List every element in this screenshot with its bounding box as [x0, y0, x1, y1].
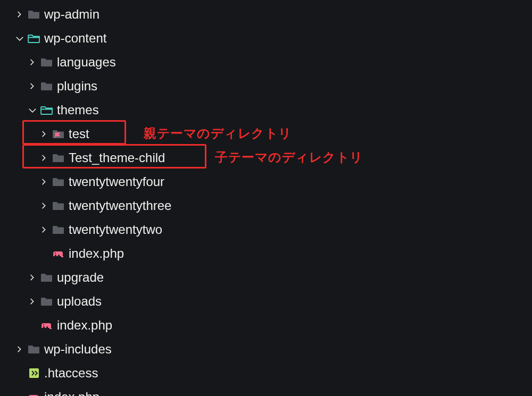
file-tree: wp-admin wp-content languages plugins th… — [0, 2, 532, 396]
tree-item-label: wp-includes — [44, 342, 112, 357]
tree-item-label: wp-content — [44, 31, 106, 46]
tree-item-plugins[interactable]: plugins — [0, 74, 532, 98]
folder-icon — [40, 296, 56, 307]
folder-icon — [28, 9, 44, 20]
tree-item-index-php-wpcontent[interactable]: index.php — [0, 313, 532, 337]
chevron-right-icon — [36, 153, 52, 163]
tree-item-twentytwentyfour[interactable]: twentytwentyfour — [0, 170, 532, 193]
chevron-right-icon — [36, 201, 52, 210]
tree-item-label: twentytwentyfour — [69, 174, 164, 189]
tree-item-uploads[interactable]: uploads — [0, 289, 532, 313]
git-file-icon — [28, 368, 44, 378]
chevron-right-icon — [36, 225, 52, 234]
chevron-down-icon — [24, 105, 40, 115]
annotation-parent-theme: 親テーマのディレクトリ — [144, 125, 292, 142]
tree-item-label: index.php — [69, 246, 124, 261]
chevron-right-icon — [12, 344, 28, 354]
tree-item-wp-admin[interactable]: wp-admin — [0, 2, 532, 26]
tree-item-index-php-themes[interactable]: index.php — [0, 241, 532, 265]
folder-icon — [52, 153, 68, 163]
tree-item-label: uploads — [57, 294, 102, 309]
tree-item-test-theme-child[interactable]: Test_theme-child 子テーマのディレクトリ — [0, 146, 532, 170]
php-icon — [52, 248, 68, 259]
chevron-right-icon — [24, 297, 40, 306]
tree-item-label: index.php — [57, 318, 112, 333]
folder-icon — [28, 344, 44, 355]
folder-open-icon — [28, 33, 44, 44]
tree-item-label: wp-admin — [44, 7, 99, 22]
folder-icon — [52, 200, 68, 211]
chevron-right-icon — [24, 273, 40, 282]
tree-item-label: .htaccess — [44, 366, 98, 381]
tree-item-index-php-root[interactable]: index.php — [0, 385, 532, 396]
chevron-right-icon — [24, 57, 40, 67]
tree-item-label: test — [69, 127, 89, 141]
chevron-right-icon — [36, 129, 52, 139]
folder-open-icon — [40, 105, 56, 115]
php-icon — [28, 392, 44, 397]
tree-item-test[interactable]: test 親テーマのディレクトリ — [0, 122, 532, 146]
tree-item-label: languages — [57, 55, 116, 70]
tree-item-themes[interactable]: themes — [0, 98, 532, 122]
folder-icon — [52, 176, 68, 187]
php-icon — [40, 320, 56, 331]
folder-icon — [40, 272, 56, 283]
tree-item-twentytwentytwo[interactable]: twentytwentytwo — [0, 217, 532, 241]
tree-item-label: twentytwentytwo — [69, 222, 162, 237]
folder-flag-icon — [52, 129, 68, 139]
folder-icon — [52, 224, 68, 235]
chevron-down-icon — [12, 33, 28, 43]
tree-item-label: index.php — [44, 390, 99, 397]
tree-item-wp-includes[interactable]: wp-includes — [0, 337, 532, 361]
tree-item-label: plugins — [57, 79, 97, 94]
folder-icon — [40, 81, 56, 91]
chevron-right-icon — [36, 177, 52, 187]
tree-item-wp-content[interactable]: wp-content — [0, 26, 532, 50]
tree-item-label: upgrade — [57, 270, 104, 285]
tree-item-label: themes — [57, 103, 99, 117]
tree-item-label: Test_theme-child — [69, 150, 165, 165]
tree-item-languages[interactable]: languages — [0, 50, 532, 74]
tree-item-label: twentytwentythree — [69, 198, 171, 213]
chevron-right-icon — [12, 10, 28, 19]
tree-item-twentytwentythree[interactable]: twentytwentythree — [0, 193, 532, 217]
folder-icon — [40, 57, 56, 68]
chevron-right-icon — [24, 81, 40, 91]
annotation-child-theme: 子テーマのディレクトリ — [215, 149, 363, 166]
tree-item-htaccess[interactable]: .htaccess — [0, 361, 532, 385]
tree-item-upgrade[interactable]: upgrade — [0, 265, 532, 289]
